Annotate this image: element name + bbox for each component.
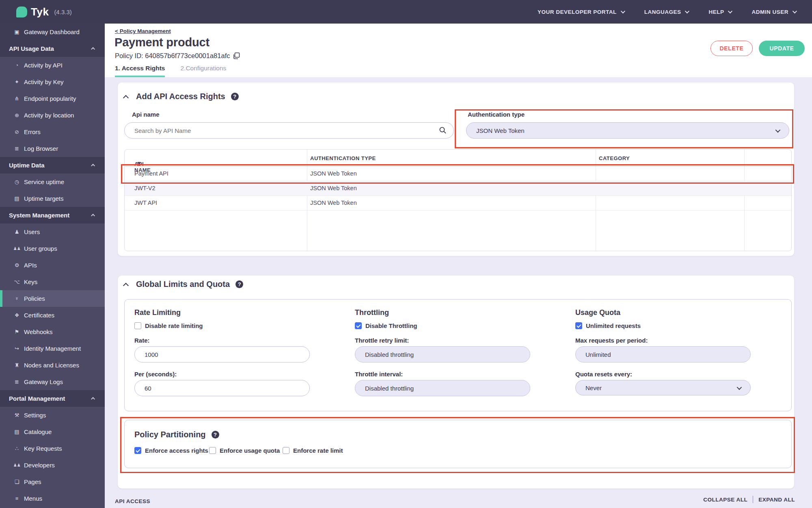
footer-divider [753, 496, 753, 503]
limits-group: Rate Limiting Disable rate limiting Rate… [124, 299, 792, 411]
collapse-caret-icon[interactable] [123, 95, 129, 100]
help-icon[interactable]: ? [231, 93, 239, 100]
chart-icon: ◔ [13, 62, 20, 68]
menu-help[interactable]: HELP [708, 9, 731, 15]
disable-throttling-option[interactable]: Disable Throttling [355, 322, 417, 329]
error-icon: ⊘ [13, 129, 20, 135]
table-row-jwt-api[interactable]: JWT API JSON Web Token [125, 196, 791, 211]
expand-all-button[interactable]: EXPAND ALL [758, 497, 795, 503]
sidebar-section-portal-management[interactable]: Portal Management [0, 390, 105, 407]
sidebar-item-certificates[interactable]: ❖ Certificates [0, 307, 105, 323]
topbar-menus: YOUR DEVELOPER PORTAL LANGUAGES HELP ADM… [538, 9, 812, 15]
globe-icon: ⊕ [13, 112, 20, 118]
sidebar-item-activity-by-key[interactable]: ✦ Activity by Key [0, 74, 105, 90]
sort-icon[interactable]: ⇅ [137, 161, 141, 167]
table-row-payment-api[interactable]: Payment API JSON Web Token [125, 167, 791, 181]
throttle-interval-input[interactable] [355, 380, 530, 396]
main-content: < Policy Management Payment product Poli… [105, 24, 812, 508]
chevron-up-icon [91, 164, 95, 168]
sidebar-item-menus[interactable]: ≡ Menus [0, 490, 105, 507]
unlimited-requests-option[interactable]: Unlimited requests [575, 322, 641, 329]
rate-input[interactable] [134, 346, 310, 363]
help-icon[interactable]: ? [212, 431, 219, 439]
enforce-access-rights-option[interactable]: Enforce access rights [134, 447, 208, 454]
plug-icon: ♆ [13, 295, 20, 302]
quota-resets-select[interactable]: Never [575, 380, 751, 395]
menu-developer-portal[interactable]: YOUR DEVELOPER PORTAL [538, 9, 624, 15]
sidebar-item-developers[interactable]: ♟♟ Developers [0, 457, 105, 473]
tyk-logo[interactable]: Tyk (4.3.3) [16, 6, 72, 18]
policy-partitioning-group: Policy Partitioning ? Enforce access rig… [124, 420, 792, 468]
enforce-usage-quota-option[interactable]: Enforce usage quota [209, 447, 280, 454]
enforce-rate-limit-checkbox[interactable] [283, 447, 289, 454]
sidebar-section-uptime-data[interactable]: Uptime Data [0, 157, 105, 174]
help-icon[interactable]: ? [235, 280, 243, 288]
table-row-jwt-v2[interactable]: JWT-V2 JSON Web Token [125, 181, 791, 196]
search-icon[interactable] [439, 126, 447, 136]
sidebar-item-activity-by-api[interactable]: ◔ Activity by API [0, 57, 105, 74]
max-requests-input[interactable] [575, 346, 751, 363]
chevron-down-icon [793, 9, 797, 13]
sidebar-section-system-management[interactable]: System Management [0, 207, 105, 224]
hierarchy-icon: ⌥ [13, 279, 20, 285]
sidebar-item-catalogue[interactable]: ▤ Catalogue [0, 423, 105, 440]
key-icon: ✦ [13, 79, 20, 85]
sidebar-item-uptime-targets[interactable]: ▤ Uptime targets [0, 190, 105, 207]
auth-type-select[interactable]: JSON Web Token [466, 122, 789, 139]
throttling-title: Throttling [355, 308, 389, 317]
disable-rate-limiting-option[interactable]: Disable rate limiting [134, 322, 203, 329]
sidebar-item-service-uptime[interactable]: ◷ Service uptime [0, 174, 105, 190]
delete-button[interactable]: DELETE [710, 41, 753, 56]
gears-icon: ⚙ [13, 262, 20, 268]
unlimited-requests-checkbox[interactable] [575, 322, 582, 329]
disable-throttling-checkbox[interactable] [355, 322, 362, 329]
sidebar-item-errors[interactable]: ⊘ Errors [0, 124, 105, 140]
collapse-all-button[interactable]: COLLAPSE ALL [703, 497, 747, 503]
per-seconds-input[interactable] [134, 380, 310, 396]
sidebar-item-keys[interactable]: ⌥ Keys [0, 274, 105, 290]
section-title: Global Limits and Quota [136, 280, 230, 289]
copy-icon[interactable] [233, 52, 240, 59]
rate-limiting-column: Rate Limiting Disable rate limiting Rate… [125, 300, 310, 411]
sidebar-section-api-usage-data[interactable]: API Usage Data [0, 40, 105, 57]
paw-icon: ∴ [13, 445, 20, 452]
page-icon: ❏ [13, 479, 20, 485]
menu-admin-user[interactable]: ADMIN USER [752, 9, 796, 15]
table-header-row: API NAME⇅ AUTHENTICATION TYPE CATEGORY [125, 150, 791, 167]
sidebar-item-user-groups[interactable]: ♟♟ User groups [0, 240, 105, 257]
sidebar-item-gateway-logs[interactable]: ≣ Gateway Logs [0, 373, 105, 390]
user-group-icon: ♟♟ [13, 246, 20, 251]
sidebar-item-activity-by-location[interactable]: ⊕ Activity by location [0, 107, 105, 124]
sidebar-item-key-requests[interactable]: ∴ Key Requests [0, 440, 105, 457]
sidebar-item-pages[interactable]: ❏ Pages [0, 473, 105, 490]
update-button[interactable]: UPDATE [759, 41, 805, 56]
sidebar-item-settings[interactable]: ⚒ Settings [0, 407, 105, 423]
sidebar-item-apis[interactable]: ⚙ APIs [0, 257, 105, 274]
search-input[interactable] [124, 122, 454, 139]
enforce-access-rights-checkbox[interactable] [134, 447, 141, 454]
tab-access-rights[interactable]: 1. Access Rights [115, 65, 165, 77]
tab-configurations[interactable]: 2.Configurations [180, 65, 226, 77]
sidebar-item-policies[interactable]: ♆ Policies [0, 290, 105, 307]
breadcrumb[interactable]: < Policy Management [115, 28, 171, 34]
list-icon: ▤ [13, 195, 20, 202]
sidebar-item-identity-management[interactable]: ↪ Identity Management [0, 340, 105, 357]
sidebar-item-users[interactable]: ♟ Users [0, 224, 105, 240]
partitioning-header: Policy Partitioning ? [134, 430, 219, 439]
sidebar-item-nodes-and-licenses[interactable]: ♜ Nodes and Licenses [0, 357, 105, 373]
sidebar-item-endpoint-popularity[interactable]: ⋔ Endpoint popularity [0, 90, 105, 107]
menu-languages[interactable]: LANGUAGES [644, 9, 689, 15]
throttle-retry-limit-input[interactable] [355, 346, 530, 363]
disable-rate-limiting-checkbox[interactable] [134, 322, 141, 329]
sidebar-item-log-browser[interactable]: ≣ Log Browser [0, 140, 105, 157]
enforce-rate-limit-option[interactable]: Enforce rate limit [283, 447, 343, 454]
sidebar-item-gateway-dashboard[interactable]: ▣ Gateway Dashboard [0, 24, 105, 40]
sidebar-item-webhooks[interactable]: ⚑ Webhooks [0, 323, 105, 340]
tyk-leaf-icon [16, 7, 27, 17]
chevron-up-icon [91, 397, 95, 401]
partitioning-title: Policy Partitioning [134, 430, 206, 439]
column-header-auth-type: AUTHENTICATION TYPE [310, 155, 376, 161]
enforce-usage-quota-checkbox[interactable] [209, 447, 216, 454]
collapse-caret-icon[interactable] [123, 282, 129, 288]
bell-icon: ⚑ [13, 329, 20, 335]
